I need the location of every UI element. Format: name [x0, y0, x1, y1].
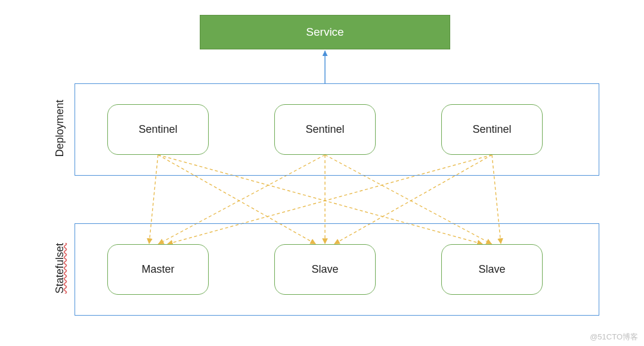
sentinel-label: Sentinel — [305, 123, 344, 136]
slave-label: Slave — [478, 263, 505, 276]
diagram-canvas: Service Deployment Sentinel Sentinel Sen… — [0, 0, 644, 346]
sentinel-node: Sentinel — [441, 104, 543, 155]
attribution-watermark: @51CTO博客 — [590, 332, 638, 342]
deployment-label: Deployment — [54, 93, 66, 164]
master-label: Master — [141, 263, 174, 276]
sentinel-label: Sentinel — [138, 123, 177, 136]
sentinel-node: Sentinel — [274, 104, 376, 155]
slave-label: Slave — [311, 263, 338, 276]
slave-node: Slave — [274, 244, 376, 295]
sentinel-node: Sentinel — [107, 104, 209, 155]
slave-node: Slave — [441, 244, 543, 295]
service-box: Service — [200, 15, 450, 49]
statefulset-label: Statefulset — [54, 233, 66, 304]
sentinel-label: Sentinel — [472, 123, 511, 136]
master-node: Master — [107, 244, 209, 295]
service-label: Service — [306, 26, 343, 39]
